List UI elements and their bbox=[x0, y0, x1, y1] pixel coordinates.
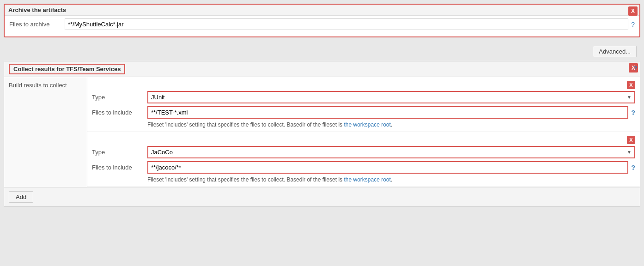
archive-close-button[interactable]: X bbox=[628, 6, 638, 16]
entry-junit-hint-link[interactable]: the workspace root bbox=[344, 121, 390, 128]
archive-header: Archive the artifacts X bbox=[5, 5, 639, 15]
entry-jacoco-type-label: Type bbox=[92, 149, 147, 156]
entry-junit-hint: Fileset 'includes' setting that specifie… bbox=[92, 121, 635, 128]
build-results-label: Build results to collect bbox=[4, 77, 87, 187]
entry-jacoco-files-input[interactable] bbox=[147, 161, 628, 174]
advanced-row: Advanced... bbox=[4, 43, 640, 61]
entry-junit-files-row: Files to include ? bbox=[92, 106, 635, 119]
add-row: Add bbox=[4, 187, 640, 206]
entry-jacoco-hint-link[interactable]: the workspace root bbox=[344, 176, 390, 183]
entry-jacoco-type-select[interactable]: JUnit JaCoCo NUnit MSTest bbox=[147, 146, 635, 158]
entry-junit-files-help-button[interactable]: ? bbox=[631, 109, 635, 116]
entry-junit-type-label: Type bbox=[92, 94, 147, 101]
add-button[interactable]: Add bbox=[9, 191, 33, 203]
entry-junit-files-input[interactable] bbox=[147, 106, 628, 119]
page-wrapper: Archive the artifacts X Files to archive… bbox=[0, 0, 644, 266]
entry-jacoco-header: X bbox=[92, 136, 635, 144]
entry-jacoco-hint: Fileset 'includes' setting that specifie… bbox=[92, 176, 635, 183]
entry-jacoco-files-label: Files to include bbox=[92, 164, 147, 171]
collect-header: Collect results for TFS/Team Services X … bbox=[4, 61, 640, 77]
entry-junit-hint-suffix: . bbox=[391, 121, 392, 128]
result-entry-junit: X Type JUnit JaCoCo NUnit MSTest ▼ bbox=[87, 77, 640, 132]
archive-title: Archive the artifacts bbox=[8, 6, 66, 13]
entry-jacoco-files-help-button[interactable]: ? bbox=[631, 164, 635, 171]
entry-junit-type-wrapper: JUnit JaCoCo NUnit MSTest ▼ bbox=[147, 91, 635, 103]
collect-title: Collect results for TFS/Team Services bbox=[9, 64, 125, 74]
entry-jacoco-type-row: Type JUnit JaCoCo NUnit MSTest ▼ bbox=[92, 146, 635, 158]
entry-jacoco-files-row: Files to include ? bbox=[92, 161, 635, 174]
collect-content-col: X Type JUnit JaCoCo NUnit MSTest ▼ bbox=[87, 77, 640, 187]
entry-jacoco-type-wrapper: JUnit JaCoCo NUnit MSTest ▼ bbox=[147, 146, 635, 158]
entry-jacoco-hint-text: Fileset 'includes' setting that specifie… bbox=[147, 176, 344, 183]
entry-junit-files-label: Files to include bbox=[92, 109, 147, 116]
collect-body: Build results to collect X Type JUnit Ja… bbox=[4, 77, 640, 187]
entry-junit-close-button[interactable]: X bbox=[627, 81, 635, 89]
archive-body: Files to archive ? bbox=[5, 15, 639, 36]
entry-junit-hint-text: Fileset 'includes' setting that specifie… bbox=[147, 121, 344, 128]
archive-section: Archive the artifacts X Files to archive… bbox=[4, 4, 640, 37]
advanced-button[interactable]: Advanced... bbox=[593, 46, 637, 57]
files-to-archive-input[interactable] bbox=[65, 18, 628, 30]
entry-jacoco-hint-suffix: . bbox=[391, 176, 392, 183]
entry-jacoco-close-button[interactable]: X bbox=[627, 136, 635, 144]
files-to-archive-row: Files to archive ? bbox=[9, 18, 635, 30]
entry-junit-type-select[interactable]: JUnit JaCoCo NUnit MSTest bbox=[147, 91, 635, 103]
entry-junit-type-row: Type JUnit JaCoCo NUnit MSTest ▼ bbox=[92, 91, 635, 103]
result-entry-jacoco: X Type JUnit JaCoCo NUnit MSTest ▼ bbox=[87, 132, 640, 187]
files-archive-help-button[interactable]: ? bbox=[631, 21, 635, 28]
collect-section: Collect results for TFS/Team Services X … bbox=[4, 61, 640, 207]
entry-junit-header: X bbox=[92, 81, 635, 89]
collect-help-button[interactable]: ? bbox=[633, 64, 637, 72]
files-to-archive-label: Files to archive bbox=[9, 21, 65, 28]
